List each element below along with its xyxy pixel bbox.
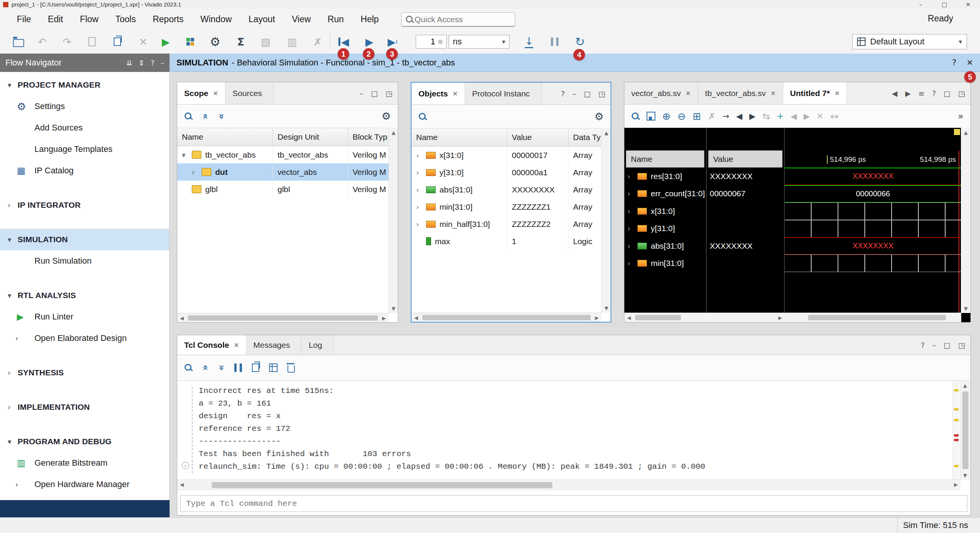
expander-icon[interactable]: › <box>627 207 637 215</box>
scroll-thumb[interactable] <box>212 482 552 488</box>
reports-sigma-icon[interactable]: Σ <box>232 30 249 54</box>
objects-row[interactable]: › abs[31:0] XXXXXXXX Array <box>412 181 611 198</box>
float-icon[interactable]: ◳ <box>385 89 392 98</box>
scroll-down-icon[interactable]: ▼ <box>960 471 970 480</box>
console-minimap[interactable] <box>952 381 960 480</box>
menu-item[interactable]: File <box>8 14 39 24</box>
previous-transition-icon[interactable]: ◀ <box>736 112 742 121</box>
minimize-icon[interactable]: – <box>573 90 577 98</box>
flow-nav-entry[interactable]: ▾ SIMULATION <box>0 229 169 250</box>
unselect-icon[interactable]: ✗ <box>708 111 715 122</box>
expander-icon[interactable]: › <box>627 224 637 233</box>
close-simulation-icon[interactable]: ✕ <box>966 58 973 67</box>
wave-vscrollbar[interactable]: ▲ ▼ <box>961 128 970 313</box>
wave-signal-row[interactable]: › min[31:0] <box>624 255 706 272</box>
expander-icon[interactable]: › <box>627 259 637 267</box>
objects-hscrollbar[interactable]: ◀ ▶ <box>412 313 601 322</box>
expander-icon[interactable]: › <box>416 220 426 228</box>
maximize-icon[interactable]: □ <box>944 341 951 349</box>
expander-icon[interactable]: ▾ <box>182 151 192 159</box>
expander-icon[interactable]: ▾ <box>8 291 18 300</box>
wave-name-header[interactable]: Name <box>626 150 704 168</box>
menu-item[interactable]: View <box>283 14 319 24</box>
flow-nav-entry[interactable]: Generate Bitstream <box>0 452 169 474</box>
add-marker-icon[interactable]: + <box>777 112 784 121</box>
flow-nav-entry[interactable]: IP Catalog <box>0 160 169 181</box>
search-icon[interactable] <box>631 112 640 121</box>
expander-icon[interactable]: › <box>627 189 637 198</box>
expander-icon[interactable]: › <box>8 403 18 411</box>
tcl-command-box[interactable] <box>180 495 967 512</box>
quick-access-search[interactable] <box>401 12 515 27</box>
search-icon[interactable] <box>184 112 193 121</box>
scope-row[interactable]: ▾ tb_vector_abs tb_vector_abs Verilog M <box>177 146 398 163</box>
expander-icon[interactable]: › <box>15 334 18 342</box>
objects-vscrollbar[interactable]: ▲ ▼ <box>601 128 611 313</box>
tab[interactable]: Protocol Instanc <box>465 83 542 104</box>
flow-nav-entry[interactable]: Run Linter <box>0 306 169 328</box>
minimize-icon[interactable]: – <box>933 341 936 349</box>
scroll-thumb[interactable] <box>962 391 969 469</box>
maximize-icon[interactable]: □ <box>944 89 951 98</box>
expand-collapse-icon[interactable]: ⇕ <box>138 59 144 67</box>
clear-icon[interactable]: ⊗ <box>438 38 443 46</box>
save-icon[interactable] <box>83 30 100 54</box>
scroll-thumb[interactable] <box>188 315 378 321</box>
close-icon[interactable]: ✕ <box>452 90 458 98</box>
expander-icon[interactable]: ▾ <box>8 81 18 89</box>
wave-value-header[interactable]: Value <box>708 150 782 168</box>
scroll-right-icon[interactable]: ▶ <box>951 480 960 489</box>
menu-item[interactable]: Help <box>352 14 387 24</box>
window-maximize-icon[interactable]: □ <box>933 1 956 8</box>
collapse-all-icon[interactable]: « <box>200 113 211 119</box>
collapse-all-icon[interactable]: ⇊ <box>126 59 132 67</box>
tab[interactable]: Objects ✕ <box>412 83 465 104</box>
flow-nav-entry[interactable]: Language Templates <box>0 139 169 160</box>
flow-nav-entry[interactable]: Settings <box>0 96 169 117</box>
help-icon[interactable]: ? <box>561 90 565 98</box>
scroll-right-icon[interactable]: ▶ <box>379 313 389 323</box>
scroll-up-icon[interactable]: ▲ <box>960 381 970 390</box>
expander-icon[interactable]: › <box>627 172 637 181</box>
expander-icon[interactable]: › <box>416 186 426 194</box>
tab[interactable]: Tcl Console ✕ <box>177 335 247 355</box>
collapse-all-icon[interactable]: « <box>200 365 211 371</box>
scroll-left-icon[interactable]: ◀ <box>177 313 186 323</box>
layout-select[interactable]: Default Layout ▾ <box>852 34 967 49</box>
help-icon[interactable]: ? <box>932 89 936 98</box>
scroll-up-icon[interactable]: ▲ <box>961 128 970 137</box>
column-header[interactable]: Value <box>507 129 568 146</box>
flow-nav-entry[interactable]: › SYNTHESIS <box>0 362 169 383</box>
scroll-thumb[interactable] <box>808 315 946 320</box>
tab-menu-icon[interactable]: ≡ <box>918 89 924 98</box>
expander-icon[interactable]: › <box>416 151 426 160</box>
objects-row[interactable]: › x[31:0] 00000017 Array <box>412 147 611 164</box>
tab[interactable]: Scope ✕ <box>177 82 225 104</box>
redo-icon[interactable]: ↷ <box>59 30 75 54</box>
report-icon[interactable] <box>269 363 278 372</box>
wave-signal-row[interactable]: › err_count[31:0] <box>624 185 706 203</box>
wave-hscrollbar[interactable]: ◀ ▶ <box>624 313 961 322</box>
objects-row[interactable]: › y[31:0] 000000a1 Array <box>412 164 611 181</box>
console-vscrollbar[interactable]: ▲ ▼ <box>960 381 970 480</box>
quick-access-input[interactable] <box>414 15 500 24</box>
tab-forward-icon[interactable]: ▶ <box>905 89 911 98</box>
maximize-icon[interactable]: □ <box>371 89 378 98</box>
marker-left-icon[interactable]: ◀ <box>791 112 797 121</box>
expander-icon[interactable]: › <box>15 480 18 489</box>
menu-item[interactable]: Flow <box>72 14 107 24</box>
more-icon[interactable]: » <box>958 111 964 122</box>
flow-nav-entry[interactable]: ▾ RTL ANALYSIS <box>0 285 169 306</box>
flow-nav-entry[interactable]: › IMPLEMENTATION <box>0 396 169 418</box>
wave-plot[interactable]: 514,996 ps 514,998 ps XXXXXXXX 00000066 … <box>785 128 961 313</box>
collapse-toggle-icon[interactable]: – <box>182 462 189 469</box>
help-icon[interactable]: ? <box>150 59 154 67</box>
flow-nav-entry[interactable]: › Open Elaborated Design <box>0 328 169 349</box>
scroll-down-icon[interactable]: ▼ <box>389 304 398 313</box>
scroll-up-icon[interactable]: ▲ <box>602 128 611 137</box>
close-icon[interactable]: ✕ <box>213 90 218 97</box>
help-icon[interactable]: ? <box>952 58 956 67</box>
tcl-command-input[interactable] <box>185 499 962 509</box>
objects-row[interactable]: › min_half[31:0] ZZZZZZZ2 Array <box>412 215 611 233</box>
save-waveform-icon[interactable] <box>647 112 655 121</box>
